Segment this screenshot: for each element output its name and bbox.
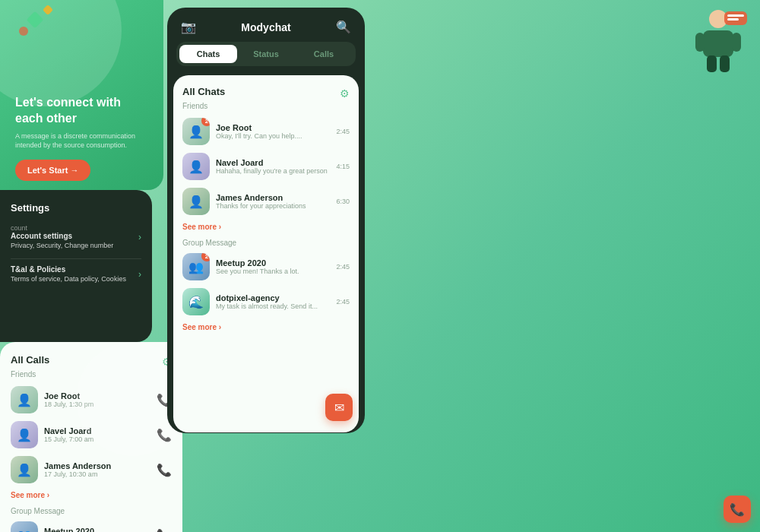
chat-time-navel: 4:15 xyxy=(336,163,350,170)
chat-preview-james: Thanks for your appreciations xyxy=(216,202,330,210)
policies-settings-item[interactable]: T&al & Policies Terms of service, Data p… xyxy=(11,265,141,283)
chevron-right-icon: › xyxy=(138,232,141,242)
svg-rect-5 xyxy=(720,55,730,72)
call-name-meetup: Meetup 2020 xyxy=(44,527,150,532)
calls-group-label: Group Message xyxy=(11,507,172,515)
new-message-fab[interactable]: ✉ xyxy=(325,394,353,421)
search-icon[interactable]: 🔍 xyxy=(336,20,351,34)
call-name-james: James Anderson xyxy=(44,461,150,470)
call-info-meetup: Meetup 2020 13 12 July, 10:25 pm xyxy=(44,527,150,532)
account-settings-sub: Privacy, Security, Change number xyxy=(11,242,113,249)
call-avatar-meetup: 👥 xyxy=(11,521,38,532)
chats-header: 📷 Modychat 🔍 xyxy=(167,8,365,42)
camera-icon[interactable]: 📷 xyxy=(181,20,196,34)
chat-time-joe: 2:45 xyxy=(336,128,350,135)
policies-settings-sub: Terms of service, Data policy, Cookies xyxy=(11,275,126,283)
call-time-james: 17 July, 10:30 am xyxy=(44,470,150,478)
group-message-label: Group Message xyxy=(182,239,350,247)
call-avatar-james: 👤 xyxy=(11,456,38,483)
avatar-james: 👤 xyxy=(182,188,210,215)
account-settings-item[interactable]: count Account settings Privacy, Security… xyxy=(11,224,141,249)
settings-panel: Settings count Account settings Privacy,… xyxy=(0,190,152,342)
chats-panel-title: Modychat xyxy=(241,21,290,33)
active-call-fab[interactable]: 📞 xyxy=(724,496,751,523)
chat-info-navel: Navel Joard Hahaha, finally you're a gre… xyxy=(216,158,330,175)
tab-status[interactable]: Status xyxy=(237,45,295,63)
chats-body: All Chats ⚙ Friends 👤 2 Joe Root Okay, I… xyxy=(173,75,359,432)
lets-start-button[interactable]: Let's Start → xyxy=(15,160,90,181)
chevron-right-icon-2: › xyxy=(138,269,141,280)
call-avatar-navel: 👤 xyxy=(11,421,38,448)
avatar-meetup: 👥 2 xyxy=(182,253,210,280)
chat-item-dotpixel[interactable]: 🌊 dotpixel-agency My task is almost read… xyxy=(182,288,350,315)
call-item-meetup[interactable]: 👥 Meetup 2020 13 12 July, 10:25 pm 📞 xyxy=(11,521,172,532)
avatar-dotpixel: 🌊 xyxy=(182,288,210,315)
call-icon-meetup[interactable]: 📞 xyxy=(157,528,172,533)
call-info-james: James Anderson 17 July, 10:30 am xyxy=(44,461,150,478)
chat-info-meetup: Meetup 2020 See you men! Thanks a lot. xyxy=(216,258,330,275)
svg-rect-7 xyxy=(727,14,744,17)
chat-preview-joe: Okay, I'll try. Can you help.... xyxy=(216,132,330,140)
hero-description: A message is a discrete communication in… xyxy=(15,131,148,150)
chat-name-dotpixel: dotpixel-agency xyxy=(216,293,330,302)
tab-chats[interactable]: Chats xyxy=(179,45,237,63)
svg-rect-3 xyxy=(732,33,741,52)
chat-item-joe[interactable]: 👤 2 Joe Root Okay, I'll try. Can you hel… xyxy=(182,118,350,145)
chat-info-joe: Joe Root Okay, I'll try. Can you help...… xyxy=(216,123,330,140)
svg-rect-1 xyxy=(703,30,733,57)
all-calls-title: All Calls xyxy=(11,354,49,366)
chat-item-james[interactable]: 👤 James Anderson Thanks for your appreci… xyxy=(182,188,350,215)
badge-meetup: 2 xyxy=(201,253,210,261)
all-chats-title: All Chats xyxy=(182,86,225,97)
svg-rect-8 xyxy=(727,18,739,21)
tabs-bar: Chats Status Calls xyxy=(176,42,356,66)
chat-name-meetup: Meetup 2020 xyxy=(216,258,330,268)
call-icon-james[interactable]: 📞 xyxy=(157,463,172,477)
call-item-james[interactable]: 👤 James Anderson 17 July, 10:30 am 📞 xyxy=(11,456,172,483)
chat-preview-navel: Hahaha, finally you're a great person xyxy=(216,167,330,175)
chat-info-james: James Anderson Thanks for your appreciat… xyxy=(216,193,330,210)
avatar-joe: 👤 2 xyxy=(182,118,210,145)
see-more-groups[interactable]: See more › xyxy=(182,323,350,331)
chat-time-meetup: 2:45 xyxy=(336,263,350,271)
policies-settings-label: T&al & Policies xyxy=(11,265,126,274)
svg-rect-4 xyxy=(707,55,717,72)
avatar-navel: 👤 xyxy=(182,153,210,180)
chat-info-dotpixel: dotpixel-agency My task is almost ready.… xyxy=(216,293,330,310)
account-settings-label: Account settings xyxy=(11,232,113,240)
main-chats-panel: 📷 Modychat 🔍 Chats Status Calls All Chat… xyxy=(167,8,365,433)
filter-icon[interactable]: ⚙ xyxy=(340,87,350,100)
chat-name-navel: Navel Joard xyxy=(216,158,330,167)
svg-rect-2 xyxy=(695,33,705,52)
badge-joe: 2 xyxy=(201,118,210,126)
chat-preview-meetup: See you men! Thanks a lot. xyxy=(216,268,330,275)
call-avatar-joe: 👤 xyxy=(11,386,38,413)
account-label: count xyxy=(11,224,113,232)
settings-title: Settings xyxy=(11,202,141,214)
chats-friends-label: Friends xyxy=(182,102,350,110)
chat-name-james: James Anderson xyxy=(216,193,330,202)
see-more-calls[interactable]: See more › xyxy=(11,491,172,499)
chat-preview-dotpixel: My task is almost ready. Send it... xyxy=(216,302,330,310)
chat-item-meetup[interactable]: 👥 2 Meetup 2020 See you men! Thanks a lo… xyxy=(182,253,350,280)
tab-calls[interactable]: Calls xyxy=(295,45,353,63)
chat-item-navel[interactable]: 👤 Navel Joard Hahaha, finally you're a g… xyxy=(182,153,350,180)
see-more-chats[interactable]: See more › xyxy=(182,223,350,231)
chat-name-joe: Joe Root xyxy=(216,123,330,132)
chat-time-james: 6:30 xyxy=(336,198,350,205)
chat-time-dotpixel: 2:45 xyxy=(336,298,350,306)
